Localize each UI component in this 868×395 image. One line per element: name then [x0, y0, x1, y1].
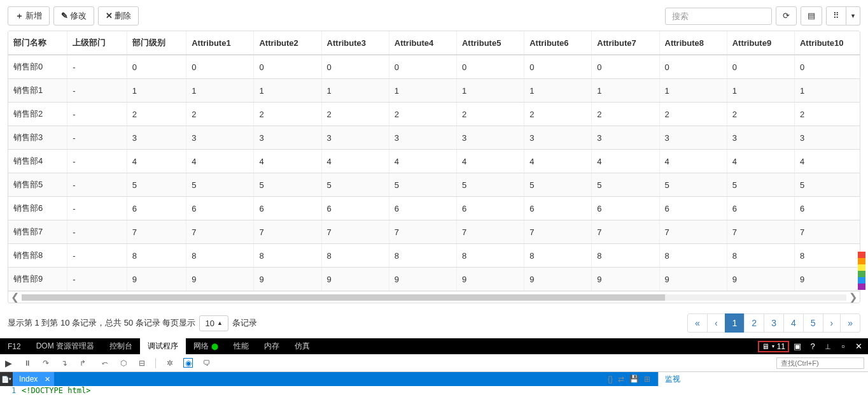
devtools-tab[interactable]: 仿真 [287, 338, 318, 354]
page-link[interactable]: 4 [783, 313, 804, 333]
column-header[interactable]: 部门级别 [127, 31, 186, 55]
column-header[interactable]: Attribute10 [794, 31, 860, 55]
devtools-tab[interactable]: 性能 [226, 338, 256, 354]
table-cell: 1 [794, 79, 860, 103]
column-header[interactable]: Attribute9 [727, 31, 794, 55]
scroll-left-icon[interactable]: ❮ [11, 291, 19, 303]
table-cell: 1 [321, 79, 389, 103]
table-row[interactable]: 销售部4-44444444444444 [8, 150, 860, 173]
devtools-tab[interactable]: 网络⬤ [186, 338, 226, 354]
table-cell: 销售部9 [8, 268, 67, 291]
table-cell: 5 [659, 173, 727, 197]
page-link[interactable]: 1 [725, 313, 745, 333]
table-row[interactable]: 销售部2-22222222222222 [8, 103, 860, 126]
column-header[interactable]: Attribute2 [254, 31, 321, 55]
save-icon[interactable]: 💾 [629, 375, 639, 384]
table-row[interactable]: 销售部0-00000000000000 [8, 55, 860, 79]
column-header[interactable]: 部门名称 [8, 31, 67, 55]
refresh-icon: ⟳ [783, 10, 790, 22]
table-cell: - [67, 103, 127, 126]
column-header[interactable]: 上级部门 [67, 31, 127, 55]
step-into-icon[interactable]: ↴ [59, 358, 69, 368]
page-link[interactable]: « [687, 313, 708, 333]
column-header[interactable]: Attribute8 [659, 31, 727, 55]
devtools-f12[interactable]: F12 [0, 338, 29, 354]
search-input[interactable] [665, 8, 772, 25]
devtools-console-icon[interactable]: ▣ [790, 340, 804, 354]
wand-icon[interactable]: ✲ [165, 358, 174, 368]
table-cell: 7 [659, 220, 727, 244]
page-link[interactable]: » [840, 313, 860, 333]
column-header[interactable]: Attribute6 [524, 31, 592, 55]
pause-icon[interactable]: ⏸ [22, 358, 32, 368]
table-cell: 4 [186, 150, 254, 173]
target-icon[interactable]: ◉ [183, 358, 193, 368]
table-cell: 销售部8 [8, 244, 67, 268]
table-cell: 6 [524, 197, 592, 220]
column-header[interactable]: Attribute7 [592, 31, 659, 55]
table-cell: 4 [794, 150, 860, 173]
play-icon[interactable]: ▶ [4, 358, 13, 368]
folder-icon[interactable]: 📄▾ [0, 372, 13, 386]
horizontal-scrollbar[interactable]: ❮ ❯ [8, 291, 860, 303]
page-size-select[interactable]: 10 ▲ [199, 315, 228, 331]
column-header[interactable]: Attribute5 [456, 31, 524, 55]
exception-icon[interactable]: ⊟ [137, 358, 146, 368]
table-row[interactable]: 销售部9-99999999999999 [8, 268, 860, 291]
wrap-icon[interactable]: ⇄ [618, 375, 624, 384]
table-row[interactable]: 销售部3-33333333333333 [8, 126, 860, 150]
page-link[interactable]: 2 [744, 313, 764, 333]
breakpoint-icon[interactable]: ⬡ [118, 358, 128, 368]
chat-icon[interactable]: 🗨 [202, 358, 211, 368]
devtools-tab[interactable]: 控制台 [102, 338, 140, 354]
table-cell: 1 [659, 79, 727, 103]
devtools-find-input[interactable] [776, 357, 864, 369]
toggle-button[interactable]: ▤ [801, 6, 822, 25]
step-out-icon[interactable]: ↱ [78, 358, 87, 368]
page-link[interactable]: 5 [803, 313, 823, 333]
table-cell: 8 [659, 244, 727, 268]
break-icon[interactable]: ⤺ [100, 358, 109, 368]
close-icon[interactable]: ✕ [45, 375, 50, 384]
file-tab-index[interactable]: Index ✕ [13, 372, 54, 386]
table-cell: 4 [127, 150, 186, 173]
devtools-pin-icon[interactable]: ⟂ [821, 340, 835, 354]
table-cell: 4 [524, 150, 592, 173]
table-row[interactable]: 销售部6-66666666666666 [8, 197, 860, 220]
devtools-tab[interactable]: 调试程序 [140, 338, 186, 354]
delete-button[interactable]: ✕删除 [98, 6, 139, 25]
table-cell: 9 [321, 268, 389, 291]
step-over-icon[interactable]: ↷ [41, 358, 50, 368]
page-link[interactable]: › [823, 313, 841, 333]
refresh-button[interactable]: ⟳ [776, 6, 797, 25]
devtools-tab[interactable]: 内存 [256, 338, 287, 354]
column-header[interactable]: Attribute4 [389, 31, 456, 55]
column-header[interactable]: Attribute3 [321, 31, 389, 55]
table-cell: 6 [794, 197, 860, 220]
table-row[interactable]: 销售部5-55555555555555 [8, 173, 860, 197]
table-row[interactable]: 销售部8-88888888888888 [8, 244, 860, 268]
scroll-right-icon[interactable]: ❯ [849, 291, 857, 303]
devtools-close-icon[interactable]: ✕ [851, 340, 865, 354]
table-row[interactable]: 销售部7-77777777777777 [8, 220, 860, 244]
devtools-tab[interactable]: DOM 资源管理器 [29, 338, 102, 354]
page-link[interactable]: 3 [764, 313, 784, 333]
table-row[interactable]: 销售部1-11111111111111 [8, 79, 860, 103]
page-link[interactable]: ‹ [707, 313, 725, 333]
code-editor[interactable]: 1 <!DOCTYPE html> [0, 386, 868, 395]
devtools-error-badge[interactable]: 🖥▾ 11 [758, 341, 789, 352]
add-button[interactable]: ＋新增 [8, 6, 50, 25]
columns-dropdown[interactable]: ⠿ ▼ [826, 6, 860, 25]
table-cell: 销售部2 [8, 103, 67, 126]
watch-panel-header[interactable]: 监视 [658, 372, 868, 386]
table-cell: 3 [794, 126, 860, 150]
edit-button[interactable]: ✎修改 [53, 6, 94, 25]
devtools-help-icon[interactable]: ? [806, 340, 820, 354]
devtools-unpin-icon[interactable]: ▫ [836, 340, 850, 354]
table-cell: 3 [321, 126, 389, 150]
format-icon[interactable]: {} [608, 375, 613, 384]
toolbar-left: ＋新增 ✎修改 ✕删除 [8, 6, 139, 25]
table-cell: 6 [389, 197, 456, 220]
compare-icon[interactable]: ⊞ [644, 375, 650, 384]
column-header[interactable]: Attribute1 [186, 31, 254, 55]
